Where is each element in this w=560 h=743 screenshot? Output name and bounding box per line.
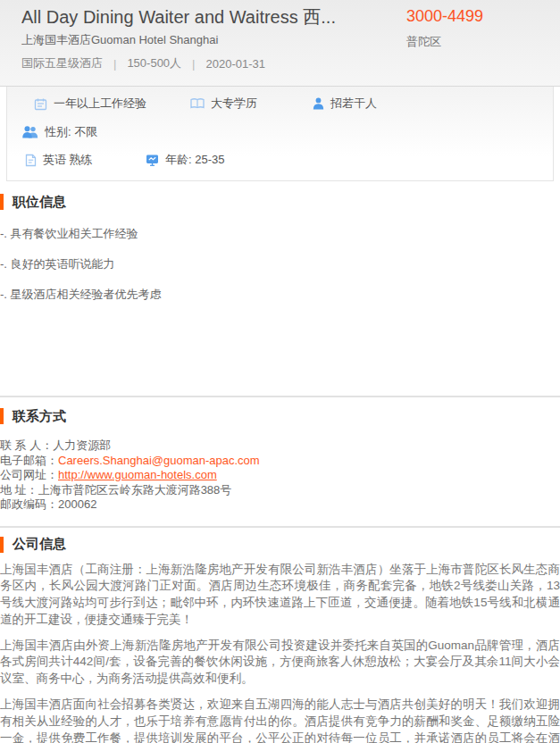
company-info-header: 公司信息 xyxy=(0,536,560,554)
job-requirement-list: -. 具有餐饮业相关工作经验 -. 良好的英语听说能力 -. 星级酒店相关经验者… xyxy=(0,219,560,310)
requirement-label: 性别: 不限 xyxy=(45,124,97,140)
accent-bar xyxy=(0,194,4,210)
section-company-info: 公司信息 上海国丰酒店（工商注册：上海新浩隆房地产开发有限公司新浩丰酒店）坐落于… xyxy=(0,528,560,743)
contact-label: 联 系 人： xyxy=(0,438,53,452)
contact-email-row: 电子邮箱：Careers.Shanghai@guoman-apac.com xyxy=(0,454,560,469)
requirement-language: 英语 熟练 xyxy=(25,152,93,168)
spacer xyxy=(0,310,560,396)
section-title: 联系方式 xyxy=(13,408,66,425)
person-icon xyxy=(313,97,324,110)
requirement-education: 大专学历 xyxy=(190,96,257,112)
list-item: -. 良好的英语听说能力 xyxy=(0,249,560,280)
people-icon xyxy=(22,126,38,138)
tag-separator: | xyxy=(113,57,116,71)
document-icon xyxy=(25,154,37,167)
contact-person-value: 人力资源部 xyxy=(53,438,111,452)
list-item: -. 星级酒店相关经验者优先考虑 xyxy=(0,280,560,310)
company-website-link[interactable]: http://www.guoman-hotels.com xyxy=(58,468,217,481)
company-paragraph: 上海国丰酒店面向社会招募各类贤达，欢迎来自五湖四海的能人志士与酒店共创美好的明天… xyxy=(0,697,560,743)
company-description: 上海国丰酒店（工商注册：上海新浩隆房地产开发有限公司新浩丰酒店）坐落于上海市普陀… xyxy=(0,562,560,743)
accent-bar xyxy=(0,408,4,424)
calendar-icon xyxy=(34,97,47,111)
tag-company-size: 150-500人 xyxy=(127,55,181,71)
contact-address-row: 地 址：上海市普陀区云岭东路大渡河路388号 xyxy=(0,483,560,498)
requirement-label: 招若干人 xyxy=(330,96,377,112)
contact-zip-row: 邮政编码：200062 xyxy=(0,497,560,513)
board-icon xyxy=(146,154,159,166)
company-paragraph: 上海国丰酒店由外资上海新浩隆房地产开发有限公司投资建设并委托来自英国的Guoma… xyxy=(0,638,560,688)
company-name: 上海国丰酒店Guoman Hotel Shanghai xyxy=(21,32,218,48)
book-icon xyxy=(190,97,205,110)
company-paragraph: 上海国丰酒店（工商注册：上海新浩隆房地产开发有限公司新浩丰酒店）坐落于上海市普陀… xyxy=(0,562,560,629)
salary-range: 3000-4499 xyxy=(406,7,483,26)
contact-rows: 联 系 人：人力资源部 电子邮箱：Careers.Shanghai@guoman… xyxy=(0,438,560,513)
contact-website-row: 公司网址：http://www.guoman-hotels.com xyxy=(0,468,560,483)
job-header: All Day Dining Waiter and Waitress 西... … xyxy=(0,0,560,87)
section-title: 职位信息 xyxy=(13,194,66,211)
section-job-info: 职位信息 -. 具有餐饮业相关工作经验 -. 良好的英语听说能力 -. 星级酒店… xyxy=(0,181,560,396)
list-item: -. 具有餐饮业相关工作经验 xyxy=(0,219,560,249)
contact-label: 邮政编码： xyxy=(0,497,58,511)
requirement-label: 一年以上工作经验 xyxy=(54,96,146,112)
contact-zip-value: 200062 xyxy=(58,497,96,511)
job-info-header: 职位信息 xyxy=(0,193,560,211)
contact-address-value: 上海市普陀区云岭东路大渡河路388号 xyxy=(38,483,232,497)
spacer xyxy=(0,513,560,526)
requirements-box: 一年以上工作经验 大专学历 招若干人 性别: 不限 英语 熟练 年龄: 25-3… xyxy=(6,87,554,181)
district-label: 普陀区 xyxy=(406,34,441,50)
section-contact: 联系方式 联 系 人：人力资源部 电子邮箱：Careers.Shanghai@g… xyxy=(0,397,560,526)
contact-label: 地 址： xyxy=(0,483,38,497)
contact-label: 电子邮箱： xyxy=(0,454,58,467)
requirement-experience: 一年以上工作经验 xyxy=(34,96,146,112)
job-tags: 国际五星级酒店 | 150-500人 | 2020-01-31 xyxy=(21,55,265,71)
contact-person-row: 联 系 人：人力资源部 xyxy=(0,438,560,454)
requirement-gender: 性别: 不限 xyxy=(22,124,97,140)
requirement-label: 大专学历 xyxy=(211,96,257,112)
tag-post-date: 2020-01-31 xyxy=(206,57,266,71)
requirement-label: 年龄: 25-35 xyxy=(165,152,224,168)
tag-hotel-grade: 国际五星级酒店 xyxy=(21,55,103,71)
page-title: All Day Dining Waiter and Waitress 西... xyxy=(21,5,397,29)
contact-header: 联系方式 xyxy=(0,407,560,425)
contact-label: 公司网址： xyxy=(0,468,58,481)
requirement-headcount: 招若干人 xyxy=(313,96,377,112)
requirement-age: 年龄: 25-35 xyxy=(146,152,224,168)
contact-email-value: Careers.Shanghai@guoman-apac.com xyxy=(58,454,260,467)
section-title: 公司信息 xyxy=(13,536,66,553)
tag-separator: | xyxy=(192,57,195,71)
requirement-label: 英语 熟练 xyxy=(43,152,93,168)
accent-bar xyxy=(0,537,4,553)
